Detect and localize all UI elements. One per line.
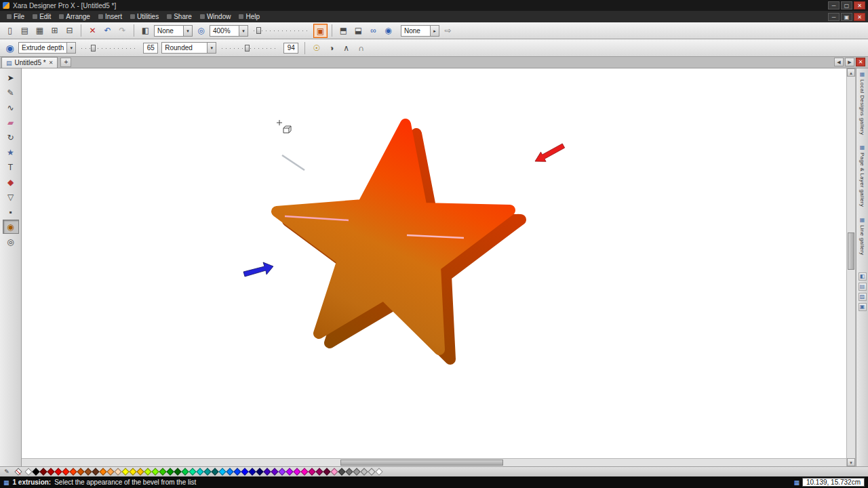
web-link-icon[interactable]: ∞ — [366, 24, 380, 37]
menu-edit[interactable]: Edit — [28, 12, 55, 21]
color-swatch[interactable] — [248, 468, 256, 475]
bitmap-gallery-icon[interactable]: ▨ — [859, 293, 867, 301]
color-swatch[interactable] — [69, 468, 77, 475]
apply-arrow-icon[interactable]: ⇨ — [441, 24, 455, 37]
color-swatch[interactable] — [256, 468, 263, 475]
text-tool[interactable]: T — [3, 160, 19, 174]
save-icon[interactable]: ▦ — [33, 24, 47, 37]
lighting-toggle-icon[interactable]: ◑ — [324, 41, 338, 55]
zoom-tool[interactable]: ◎ — [3, 235, 19, 249]
import-icon[interactable]: ⊞ — [47, 24, 62, 37]
minimize-button[interactable]: ─ — [828, 1, 840, 9]
import-slice-icon[interactable]: ⬓ — [351, 24, 366, 37]
delete-icon[interactable]: ✕ — [85, 24, 100, 37]
color-swatch[interactable] — [92, 468, 99, 475]
horizontal-scroll-thumb[interactable] — [340, 460, 503, 466]
new-document-icon[interactable]: ▯ — [3, 24, 17, 37]
color-swatch[interactable] — [114, 468, 121, 475]
extrude-depth-field[interactable]: 65 — [143, 43, 158, 54]
zoom-icon[interactable]: ◎ — [194, 24, 208, 37]
maximize-button[interactable]: ▢ — [841, 1, 852, 9]
open-icon[interactable]: ▤ — [18, 24, 32, 37]
zoom-dropdown[interactable]: 400% ▾ — [210, 25, 248, 37]
extrude-3d-icon[interactable]: ◉ — [3, 41, 17, 55]
color-swatch[interactable] — [129, 468, 136, 475]
gallery-tab-page-layer[interactable]: ▦Page & Layer gallery — [859, 144, 866, 207]
export-icon[interactable]: ⊟ — [62, 24, 77, 37]
font-gallery-icon[interactable]: ▣ — [859, 303, 867, 311]
color-swatch[interactable] — [144, 468, 151, 475]
menu-arrange[interactable]: Arrange — [55, 12, 94, 21]
slider-handle[interactable] — [245, 45, 250, 52]
color-swatch[interactable] — [166, 468, 174, 475]
menu-insert[interactable]: Insert — [94, 12, 126, 21]
new-tab-button[interactable]: + — [60, 58, 71, 67]
rotate-handle-blue-arrow[interactable] — [243, 262, 273, 277]
color-swatch[interactable] — [338, 468, 345, 475]
color-swatch[interactable] — [211, 468, 218, 475]
color-swatch[interactable] — [375, 468, 382, 475]
extrude-mode-dropdown[interactable]: Extrude depth ▾ — [18, 42, 76, 54]
color-swatch[interactable] — [308, 468, 315, 475]
redo-icon[interactable]: ↷ — [115, 24, 130, 37]
color-swatch[interactable] — [121, 468, 129, 475]
color-swatch[interactable] — [77, 468, 84, 475]
color-swatch[interactable] — [24, 468, 32, 475]
color-swatch[interactable] — [300, 468, 308, 475]
chevron-down-icon[interactable]: ▾ — [67, 42, 76, 54]
doc-close-button[interactable]: ✕ — [854, 13, 865, 21]
menu-share[interactable]: Share — [163, 12, 196, 21]
export-slice-icon[interactable]: ⬒ — [336, 24, 351, 37]
color-swatch[interactable] — [203, 468, 211, 475]
doc-restore-button[interactable]: ▣ — [841, 13, 852, 21]
rotate-handle-red-arrow[interactable] — [535, 144, 565, 161]
color-swatch[interactable] — [189, 468, 196, 475]
chevron-right-icon[interactable]: ▸ — [431, 25, 439, 37]
chevron-down-icon[interactable]: ▾ — [208, 42, 216, 54]
close-tab-icon[interactable]: ✕ — [49, 60, 54, 66]
slider-handle[interactable] — [91, 45, 96, 52]
color-swatch[interactable] — [151, 468, 159, 475]
color-swatch[interactable] — [360, 468, 368, 475]
undo-icon[interactable]: ↶ — [100, 24, 115, 37]
color-swatch[interactable] — [233, 468, 241, 475]
line-style-icon[interactable]: ◧ — [138, 24, 153, 37]
edit-color-icon[interactable]: ✎ — [3, 468, 11, 475]
color-swatch[interactable] — [39, 468, 47, 475]
quickshape-tool[interactable]: ★ — [3, 145, 19, 159]
color-swatch[interactable] — [353, 468, 360, 475]
line-width-dropdown[interactable]: None ▾ — [154, 25, 193, 37]
color-swatch[interactable] — [196, 468, 203, 475]
light-bulb-icon[interactable]: ☉ — [309, 41, 323, 55]
miter-join-icon[interactable]: ∧ — [339, 41, 353, 55]
color-swatch[interactable] — [315, 468, 323, 475]
close-document-icon[interactable]: ✕ — [856, 58, 865, 66]
gallery-tab-local-designs[interactable]: ▦Local Designs gallery — [859, 71, 866, 135]
slider-handle[interactable] — [256, 27, 261, 34]
color-swatch[interactable] — [54, 468, 62, 475]
chevron-down-icon[interactable]: ▾ — [184, 25, 193, 37]
eraser-tool[interactable]: ▰ — [3, 115, 19, 129]
extrude-tool[interactable]: ◉ — [3, 220, 19, 234]
color-swatch[interactable] — [285, 468, 293, 475]
color-swatch[interactable] — [226, 468, 233, 475]
color-swatch[interactable] — [99, 468, 106, 475]
color-swatch[interactable] — [368, 468, 375, 475]
live-effects-icon[interactable]: ▣ — [313, 24, 328, 38]
color-swatch[interactable] — [62, 468, 69, 475]
transparency-tool[interactable]: ▽ — [3, 190, 19, 204]
color-swatch[interactable] — [84, 468, 92, 475]
vertical-scroll-thumb[interactable] — [848, 232, 854, 270]
color-swatch[interactable] — [218, 468, 226, 475]
round-join-icon[interactable]: ∩ — [354, 41, 368, 55]
tab-scroll-right-icon[interactable]: ▶ — [845, 58, 854, 66]
fill-gallery-icon[interactable]: ◧ — [859, 272, 867, 281]
color-swatch[interactable] — [136, 468, 144, 475]
color-swatch[interactable] — [181, 468, 189, 475]
color-swatch[interactable] — [345, 468, 353, 475]
color-swatch[interactable] — [174, 468, 181, 475]
scroll-down-icon[interactable]: ▼ — [847, 458, 855, 466]
color-swatch[interactable] — [293, 468, 300, 475]
web-photo-icon[interactable]: ◉ — [381, 24, 395, 37]
color-swatch[interactable] — [263, 468, 271, 475]
